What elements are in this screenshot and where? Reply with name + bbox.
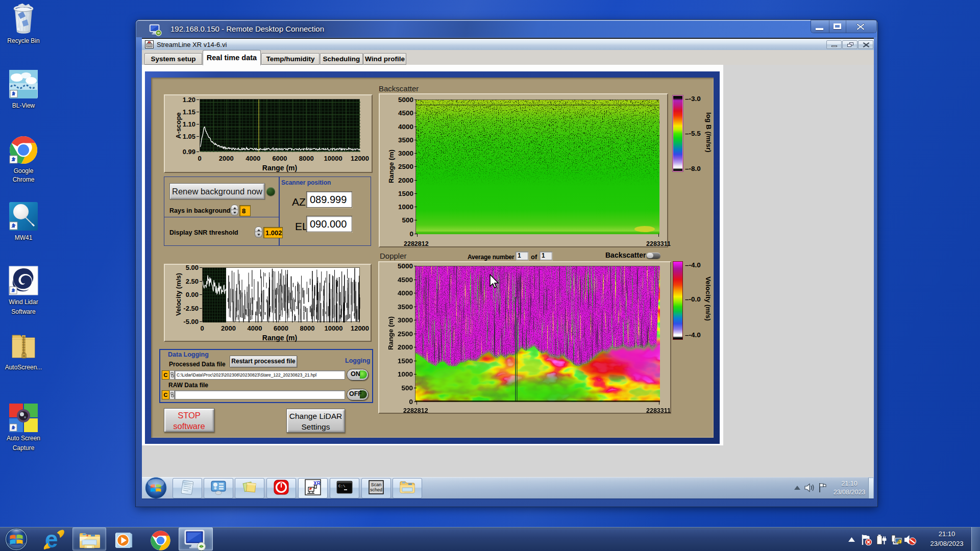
svg-text:Scan: Scan	[371, 482, 382, 487]
svg-text:C:\: C:\	[338, 484, 346, 488]
svg-text:sched: sched	[370, 487, 382, 492]
